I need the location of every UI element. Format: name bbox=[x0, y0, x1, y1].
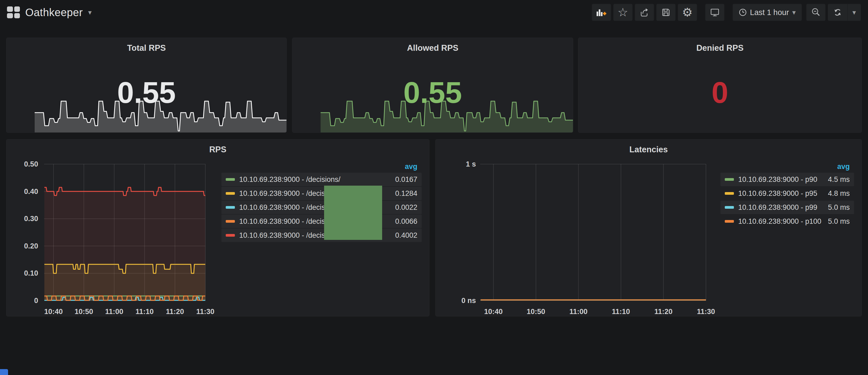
panel-title[interactable]: Total RPS bbox=[6, 43, 286, 53]
legend-row[interactable]: 10.10.69.238:9000 - /decisions/0.0022 bbox=[221, 201, 422, 214]
cycle-view-button[interactable] bbox=[705, 4, 724, 21]
series-name: 10.10.69.238:9000 - p100 bbox=[738, 217, 823, 226]
svg-text:1 s: 1 s bbox=[466, 160, 476, 168]
svg-text:11:10: 11:10 bbox=[612, 308, 630, 316]
svg-text:0.10: 0.10 bbox=[24, 269, 38, 277]
legend-row[interactable]: 10.10.69.238:9000 - p995.0 ms bbox=[720, 201, 854, 214]
panel-latencies-graph: Latencies 10:4010:5011:0011:1011:2011:30… bbox=[435, 139, 862, 316]
series-name: 10.10.69.238:9000 - p90 bbox=[738, 176, 823, 184]
panel-title[interactable]: Allowed RPS bbox=[292, 43, 573, 53]
refresh-caret-icon: ▾ bbox=[852, 9, 856, 16]
dashboard-title[interactable]: Oathkeeper bbox=[25, 6, 83, 19]
svg-text:0.50: 0.50 bbox=[24, 160, 38, 168]
refresh-button-group: ▾ bbox=[828, 4, 861, 21]
svg-text:11:30: 11:30 bbox=[697, 308, 715, 316]
legend-row[interactable]: 10.10.69.238:9000 - p954.8 ms bbox=[720, 187, 854, 200]
refresh-icon bbox=[833, 7, 842, 17]
series-avg-value: 0.1284 bbox=[395, 189, 417, 198]
svg-text:11:20: 11:20 bbox=[166, 308, 184, 316]
gear-icon: ⚙ bbox=[682, 6, 692, 18]
share-button[interactable] bbox=[635, 4, 654, 21]
settings-button[interactable]: ⚙ bbox=[678, 4, 697, 21]
zoom-out-button[interactable] bbox=[806, 4, 826, 21]
series-avg-value: 0.0167 bbox=[395, 176, 417, 184]
series-name: 10.10.69.238:9000 - /decisions/ bbox=[239, 176, 390, 184]
stat-value: 0.55 bbox=[6, 77, 286, 108]
legend-avg-header[interactable]: avg bbox=[221, 160, 422, 173]
svg-text:0: 0 bbox=[34, 296, 38, 305]
time-range-button[interactable]: Last 1 hour ▾ bbox=[733, 4, 802, 21]
svg-text:11:00: 11:00 bbox=[569, 308, 588, 316]
series-color-swatch bbox=[226, 220, 235, 223]
add-panel-button[interactable] bbox=[592, 4, 611, 21]
dashboard-grid-icon[interactable] bbox=[7, 6, 20, 18]
series-color-swatch bbox=[725, 220, 734, 223]
clock-icon bbox=[739, 8, 747, 17]
svg-text:10:40: 10:40 bbox=[44, 308, 63, 316]
series-avg-value: 0.0022 bbox=[395, 204, 417, 212]
series-color-swatch bbox=[226, 206, 235, 209]
latencies-legend: avg10.10.69.238:9000 - p904.5 ms10.10.69… bbox=[720, 160, 854, 228]
save-icon bbox=[661, 7, 671, 17]
panel-title[interactable]: Latencies bbox=[436, 145, 862, 154]
svg-text:0 ns: 0 ns bbox=[461, 296, 476, 305]
save-button[interactable] bbox=[656, 4, 676, 21]
series-avg-value: 0.0066 bbox=[395, 217, 417, 226]
svg-text:11:10: 11:10 bbox=[135, 308, 154, 316]
series-avg-value: 4.8 ms bbox=[828, 189, 850, 198]
zoom-out-icon bbox=[811, 7, 821, 17]
series-avg-value: 5.0 ms bbox=[828, 204, 850, 212]
panel-title[interactable]: Denied RPS bbox=[578, 43, 862, 53]
panel-total-rps: Total RPS 0.55 bbox=[6, 38, 287, 133]
series-avg-value: 4.5 ms bbox=[828, 176, 850, 184]
star-button[interactable]: ☆ bbox=[613, 4, 632, 21]
svg-text:11:00: 11:00 bbox=[105, 308, 123, 316]
panel-title[interactable]: RPS bbox=[6, 145, 429, 154]
panel-allowed-rps: Allowed RPS 0.55 bbox=[292, 38, 573, 133]
legend-avg-header[interactable]: avg bbox=[720, 160, 854, 173]
legend-row[interactable]: 10.10.69.238:9000 - p904.5 ms bbox=[720, 173, 854, 186]
share-icon bbox=[639, 7, 650, 17]
svg-text:10:50: 10:50 bbox=[74, 308, 93, 316]
legend-row[interactable]: 10.10.69.238:9000 - /decisions/0.1284 bbox=[221, 187, 422, 200]
legend-row[interactable]: 10.10.69.238:9000 - p1005.0 ms bbox=[720, 215, 854, 228]
dashboard-dropdown-caret-icon[interactable]: ▾ bbox=[88, 9, 92, 16]
time-range-label: Last 1 hour bbox=[750, 8, 789, 17]
star-icon: ☆ bbox=[618, 6, 628, 18]
svg-text:11:30: 11:30 bbox=[196, 308, 214, 316]
series-color-swatch bbox=[725, 178, 734, 181]
legend-row[interactable]: 10.10.69.238:9000 - /decisions/0.0066 bbox=[221, 215, 422, 228]
svg-text:0.30: 0.30 bbox=[24, 215, 38, 223]
svg-text:0.20: 0.20 bbox=[24, 242, 38, 250]
series-color-swatch bbox=[725, 192, 734, 195]
series-name: 10.10.69.238:9000 - p95 bbox=[738, 189, 823, 198]
monitor-icon bbox=[710, 7, 720, 17]
legend-row[interactable]: 10.10.69.238:9000 - /decisions/0.0167 bbox=[221, 173, 422, 186]
series-color-swatch bbox=[226, 178, 235, 181]
add-panel-icon bbox=[596, 7, 607, 17]
svg-text:11:20: 11:20 bbox=[654, 308, 673, 316]
panel-rps-graph: RPS 10:4010:5011:0011:1011:2011:3000.100… bbox=[6, 139, 429, 316]
stat-value: 0 bbox=[578, 77, 862, 108]
series-color-swatch bbox=[226, 234, 235, 237]
series-avg-value: 5.0 ms bbox=[828, 217, 850, 226]
svg-text:0.40: 0.40 bbox=[24, 187, 38, 195]
rps-legend: avg10.10.69.238:9000 - /decisions/0.0167… bbox=[221, 160, 422, 243]
refresh-button[interactable] bbox=[828, 4, 847, 21]
series-color-swatch bbox=[226, 192, 235, 195]
stat-value: 0.55 bbox=[292, 77, 573, 108]
series-avg-value: 0.4002 bbox=[395, 231, 417, 240]
refresh-interval-dropdown[interactable]: ▾ bbox=[847, 4, 861, 21]
svg-text:10:40: 10:40 bbox=[484, 308, 503, 316]
svg-text:10:50: 10:50 bbox=[527, 308, 545, 316]
legend-row[interactable]: 10.10.69.238:9000 - /decisions/0.4002 bbox=[221, 228, 422, 242]
series-color-swatch bbox=[725, 206, 734, 209]
series-name: 10.10.69.238:9000 - p99 bbox=[738, 204, 823, 212]
redaction-overlay bbox=[324, 186, 382, 240]
navbar: Oathkeeper ▾ ☆ bbox=[0, 0, 868, 25]
sidebar-corner-chip[interactable] bbox=[0, 369, 8, 375]
panel-denied-rps: Denied RPS 0 bbox=[578, 38, 862, 133]
time-range-caret-icon: ▾ bbox=[792, 9, 796, 16]
